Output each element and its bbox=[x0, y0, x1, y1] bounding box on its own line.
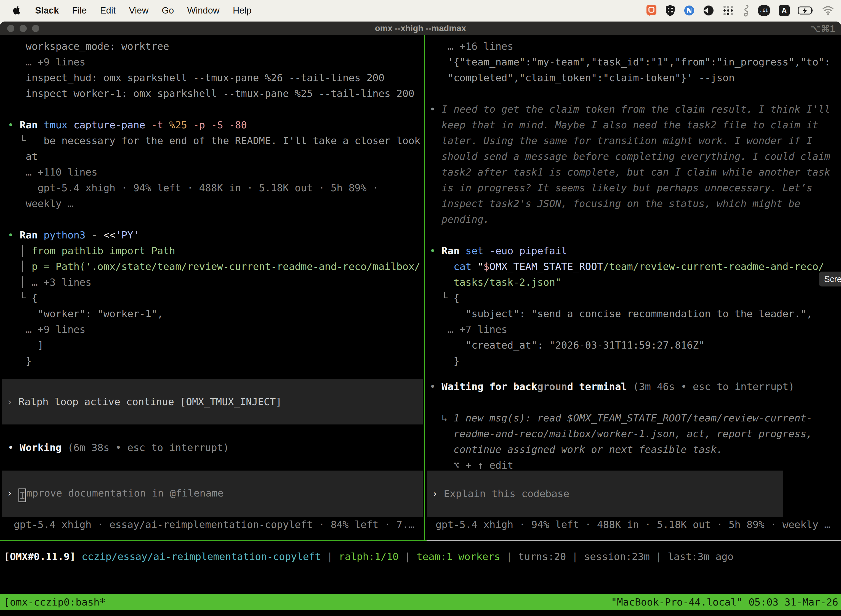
terminal-line: keep that in mind. Maybe I also need the… bbox=[429, 117, 841, 133]
terminal-text: Ran bbox=[20, 119, 44, 131]
pane-divider[interactable] bbox=[424, 35, 425, 541]
terminal-line: } bbox=[8, 353, 424, 369]
terminal-text: • bbox=[8, 119, 20, 131]
terminal-line: gpt-5.4 xhigh · 94% left · 488K in · 5.1… bbox=[429, 517, 830, 532]
terminal-text: keep that in mind. Maybe I also need the… bbox=[429, 119, 818, 131]
menu-item-view[interactable]: View bbox=[122, 5, 155, 16]
worker-transcript: … +16 lines '{"team_name":"my-team","tas… bbox=[425, 38, 841, 369]
terminal-text: 'PY' bbox=[115, 229, 139, 241]
worker-model-status: gpt-5.4 xhigh · 94% left · 488K in · 5.1… bbox=[429, 517, 830, 532]
terminal-text: team:1 workers bbox=[417, 551, 500, 562]
terminal-text: └ bbox=[429, 292, 454, 304]
tmux-window-label[interactable]: [omx-cczip0:bash* bbox=[0, 594, 105, 610]
menu-item-edit[interactable]: Edit bbox=[93, 5, 122, 16]
chat-icon[interactable] bbox=[646, 5, 657, 16]
leader-model-status: gpt-5.4 xhigh · essay/ai-reimplementatio… bbox=[8, 517, 415, 532]
terminal-text bbox=[429, 261, 454, 272]
terminal-line: … +7 lines bbox=[429, 321, 841, 337]
input-source-icon[interactable]: A bbox=[779, 5, 790, 16]
terminal-content: workspace_mode: worktree … +9 lines insp… bbox=[0, 35, 841, 615]
terminal-text: | bbox=[650, 551, 668, 562]
battery-icon[interactable] bbox=[798, 6, 814, 15]
terminal-text: │ bbox=[8, 245, 32, 257]
terminal-text: … +16 lines bbox=[429, 41, 513, 52]
menu-item-slack[interactable]: Slack bbox=[28, 5, 65, 16]
terminal-line: └ { bbox=[429, 290, 841, 306]
terminal-text: ⌥ + ↑ edit bbox=[429, 459, 513, 471]
terminal-line bbox=[429, 395, 812, 410]
terminal-line: › Explain this codebase bbox=[432, 486, 570, 502]
working-status: • Working (6m 38s • esc to interrupt) bbox=[8, 440, 229, 455]
terminal-line: └ { bbox=[8, 290, 424, 306]
terminal-text: • bbox=[8, 442, 20, 453]
terminal-text: │ bbox=[8, 261, 32, 272]
terminal-text: workspace_mode: worktree bbox=[8, 41, 169, 52]
terminal-text bbox=[76, 551, 82, 562]
terminal-text: -t bbox=[151, 119, 169, 131]
leader-transcript: workspace_mode: worktree … +9 lines insp… bbox=[0, 38, 424, 369]
leader-prompt-input[interactable]: › Improve documentation in @filename bbox=[1, 471, 423, 517]
inactive-pane-border bbox=[426, 540, 841, 541]
terminal-text: weekly … bbox=[8, 198, 73, 209]
terminal-text: turns:20 bbox=[518, 551, 566, 562]
terminal-text: -p -S -80 bbox=[193, 119, 247, 131]
ralph-loop-banner: › Ralph loop active continue [OMX_TMUX_I… bbox=[1, 378, 423, 424]
terminal-line: tasks/task-2.json" bbox=[429, 274, 841, 290]
menu-item-window[interactable]: Window bbox=[180, 5, 226, 16]
terminal-text: from pathlib import Path bbox=[32, 245, 175, 257]
terminal-text: '{"team_name":"my-team","task_id":"1","f… bbox=[429, 56, 830, 67]
badge-61-icon[interactable]: ..61 bbox=[757, 5, 771, 16]
leader-pane[interactable]: workspace_mode: worktree … +9 lines insp… bbox=[0, 35, 424, 540]
shield-icon[interactable] bbox=[665, 5, 675, 16]
terminal-line: │ p = Path('.omx/state/team/review-curre… bbox=[8, 259, 424, 274]
terminal-text: " bbox=[477, 261, 484, 272]
terminal-line: pending. bbox=[429, 211, 841, 227]
terminal-text: gpt-5.4 xhigh · 94% left · 488K in · 5.1… bbox=[8, 182, 378, 194]
terminal-line: › Improve documentation in @filename bbox=[7, 485, 224, 502]
terminal-text: pending. bbox=[429, 214, 489, 225]
terminal-text: continue assigned work or next feasible … bbox=[429, 444, 722, 455]
tmux-status-bar: [omx-cczip0:bash* "MacBook-Pro-44.local"… bbox=[0, 594, 841, 610]
terminal-text: at bbox=[8, 151, 38, 162]
worker-prompt-input[interactable]: › Explain this codebase bbox=[427, 471, 783, 517]
terminal-text: └ bbox=[8, 135, 44, 146]
terminal-text: inspect_hud: omx sparkshell --tmux-pane … bbox=[8, 72, 384, 84]
terminal-text: [OMX#0.11.9] bbox=[4, 551, 76, 562]
terminal-line: weekly … bbox=[8, 196, 424, 211]
menu-item-file[interactable]: File bbox=[65, 5, 93, 16]
terminal-line: task2 after task1 is complete, but can I… bbox=[429, 164, 841, 180]
terminal-line: • I need to get the claim token from the… bbox=[429, 101, 841, 117]
terminal-line: later. Using the same for transition mig… bbox=[429, 133, 841, 148]
apple-menu[interactable] bbox=[11, 6, 28, 15]
worker-pane[interactable]: … +16 lines '{"team_name":"my-team","tas… bbox=[425, 35, 841, 540]
terminal-text: capture-pane bbox=[73, 119, 151, 131]
terminal-line: gpt-5.4 xhigh · 94% left · 488K in · 5.1… bbox=[8, 180, 424, 196]
menu-item-help[interactable]: Help bbox=[226, 5, 258, 16]
menu-bar-status-icons: ..61 A bbox=[646, 4, 841, 16]
terminal-line: … +9 lines bbox=[8, 54, 424, 70]
terminal-line: inspect task2's JSON, focusing on the st… bbox=[429, 196, 841, 211]
terminal-line: cat "$OMX_TEAM_STATE_ROOT/team/review-cu… bbox=[429, 259, 841, 274]
terminal-line bbox=[8, 211, 424, 227]
terminal-text: ↳ bbox=[429, 412, 454, 424]
meeting-icon[interactable] bbox=[703, 5, 714, 16]
menu-item-go[interactable]: Go bbox=[155, 5, 180, 16]
text-cursor: I bbox=[19, 488, 26, 502]
screen-tooltip-label: Scre bbox=[824, 271, 841, 287]
terminal-text: • bbox=[429, 104, 441, 115]
window-titlebar[interactable]: omx --xhigh --madmax ⌥⌘1 bbox=[0, 22, 841, 35]
screen-tooltip: Scre bbox=[819, 271, 841, 286]
bolt-icon[interactable] bbox=[684, 5, 695, 16]
terminal-line: inspect_worker-1: omx sparkshell --tmux-… bbox=[8, 85, 424, 101]
terminal-text: | bbox=[566, 551, 584, 562]
terminal-line: "worker": "worker-1", bbox=[8, 306, 424, 321]
hook-icon[interactable] bbox=[742, 4, 749, 16]
terminal-text: python3 bbox=[44, 229, 91, 241]
terminal-text: later. Using the same for transition mig… bbox=[429, 135, 812, 146]
terminal-text: … +9 lines bbox=[8, 324, 85, 335]
terminal-text: set bbox=[466, 245, 489, 257]
terminal-text: … +9 lines bbox=[8, 56, 85, 67]
dots-grid-icon[interactable] bbox=[722, 5, 734, 16]
apple-logo-icon bbox=[13, 6, 21, 15]
wifi-icon[interactable] bbox=[822, 6, 834, 15]
